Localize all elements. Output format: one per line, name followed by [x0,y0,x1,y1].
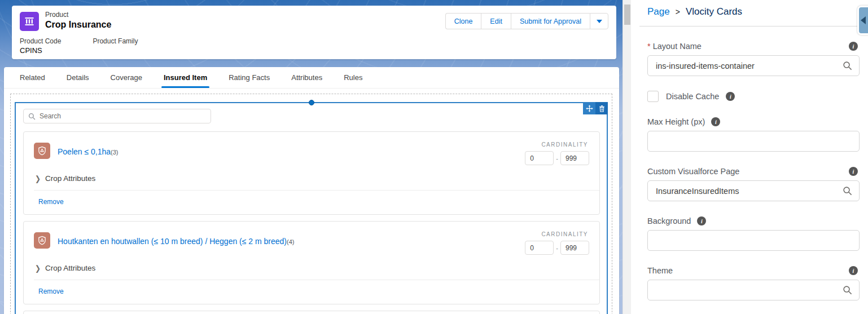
item-count: (4) [287,238,294,245]
info-icon[interactable]: i [849,266,858,275]
theme-group: Theme i [647,266,859,300]
item-count: (3) [111,149,118,156]
breadcrumb-page-link[interactable]: Page [647,6,670,17]
disable-cache-checkbox[interactable] [647,91,659,102]
chevron-left-icon [861,16,866,24]
search-icon[interactable] [843,186,852,196]
insured-item-card: Begraasde niet-landbouwgrond(6) CARDINAL… [23,311,600,314]
record-page-canvas: Product Crop Insurance Clone Edit Submit… [0,0,622,314]
custom-visualforce-group: Custom Visualforce Page i [647,167,859,201]
submit-for-approval-button[interactable]: Submit for Approval [511,13,590,29]
tab-details[interactable]: Details [65,73,90,88]
tab-insured-item[interactable]: Insured Item [163,73,208,88]
item-title-link[interactable]: Houtkanten en houtwallen (≤ 10 m breed) … [58,237,287,246]
builder-dropzone: Poelen ≤ 0,1ha(3) CARDINALITY - [10,94,612,314]
cardinality-dash: - [556,155,558,162]
custom-visualforce-label: Custom Visualforce Page [647,167,739,176]
background-input[interactable] [647,230,860,251]
selection-toolbar [583,102,608,114]
cardinality-label: CARDINALITY [525,141,588,148]
tab-rating-facts[interactable]: Rating Facts [227,73,271,88]
breadcrumb-separator: > [676,7,680,16]
chevron-right-icon: ❯ [35,263,41,272]
search-icon[interactable] [843,61,852,70]
selection-handle[interactable] [309,100,314,105]
background-label: Background [647,216,691,225]
entity-type-label: Product [45,11,111,19]
insured-item-card: Poelen ≤ 0,1ha(3) CARDINALITY - [23,131,600,215]
insured-item-card: Houtkanten en houtwallen (≤ 10 m breed) … [23,221,600,304]
product-code-label: Product Code [20,37,61,46]
max-height-group: Max Height (px) i [647,117,859,152]
item-divider [34,190,599,191]
property-panel: Page > Vlocity Cards * Layout Name i Dis… [631,0,868,314]
product-code-value: CPINS [20,46,61,55]
info-icon[interactable]: i [726,92,735,101]
scrollbar-thumb[interactable] [624,5,630,25]
product-icon-glyph [24,16,35,27]
search-icon[interactable] [843,285,852,295]
search-icon [28,113,36,120]
disable-cache-label: Disable Cache [666,92,719,101]
record-action-buttons: Clone Edit Submit for Approval [445,13,608,29]
info-icon[interactable]: i [711,117,720,126]
remove-link[interactable]: Remove [38,288,64,295]
info-icon[interactable]: i [849,42,858,51]
layout-name-group: * Layout Name i [647,42,859,76]
record-tabs-card: Related Details Coverage Insured Item Ra… [4,67,619,314]
chevron-right-icon: ❯ [35,174,41,183]
theme-label: Theme [647,266,673,275]
custom-visualforce-input[interactable] [647,180,860,201]
required-marker: * [647,42,651,51]
breadcrumb: Page > Vlocity Cards [647,5,859,19]
crop-attributes-expander[interactable]: ❯ Crop Attributes [35,174,589,183]
disable-cache-group: Disable Cache i [647,91,859,102]
record-tabs: Related Details Coverage Insured Item Ra… [4,67,619,89]
cardinality-min-input[interactable] [525,241,554,255]
item-divider [34,280,599,280]
max-height-label: Max Height (px) [647,117,705,126]
cardinality-min-input[interactable] [525,151,554,165]
product-icon [20,12,39,31]
cardinality-label: CARDINALITY [525,231,588,237]
cardinality-max-input[interactable] [560,151,589,165]
theme-input[interactable] [647,280,860,300]
clone-button[interactable]: Clone [445,13,481,29]
search-input[interactable] [40,112,206,120]
page-title: Crop Insurance [45,19,111,30]
layout-name-label: Layout Name [653,42,702,51]
breadcrumb-current: Vlocity Cards [686,6,742,17]
background-group: Background i [647,216,859,251]
crop-attributes-expander[interactable]: ❯ Crop Attributes [35,264,589,272]
item-title-link[interactable]: Poelen ≤ 0,1ha [58,147,111,156]
product-family-label: Product Family [93,37,138,46]
trash-icon[interactable] [595,102,608,114]
cardinality-max-input[interactable] [560,241,589,255]
search-box [23,109,211,123]
more-actions-button[interactable] [590,13,608,29]
vertical-scrollbar[interactable] [622,0,631,314]
selected-cards-container[interactable]: Poelen ≤ 0,1ha(3) CARDINALITY - [15,102,608,314]
max-height-input[interactable] [647,131,860,152]
cardinality-dash: - [556,245,558,251]
remove-link[interactable]: Remove [38,198,64,206]
tab-rules[interactable]: Rules [343,73,363,88]
tab-coverage[interactable]: Coverage [109,73,143,88]
edit-button[interactable]: Edit [481,13,511,29]
panel-divider [639,26,868,26]
collapse-panel-button[interactable] [857,6,868,35]
shield-icon [34,143,50,159]
chevron-down-icon [597,20,602,23]
layout-name-input[interactable] [647,55,860,76]
move-icon[interactable] [583,102,595,114]
tab-related[interactable]: Related [19,73,46,88]
product-header-card: Product Crop Insurance Clone Edit Submit… [12,6,616,59]
info-icon[interactable]: i [697,216,706,225]
info-icon[interactable]: i [849,167,858,176]
tab-attributes[interactable]: Attributes [290,73,323,88]
shield-icon [34,232,50,249]
